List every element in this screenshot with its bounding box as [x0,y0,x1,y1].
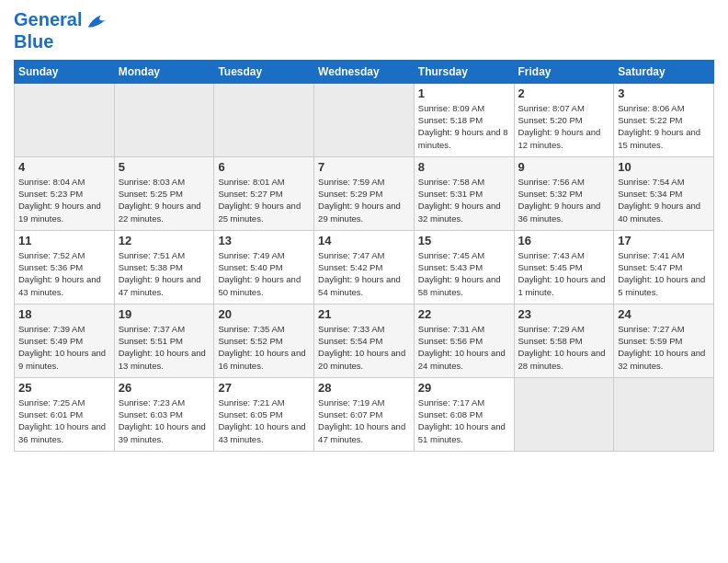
header-cell-monday: Monday [114,60,214,83]
day-number: 7 [318,160,410,174]
day-cell [514,377,614,451]
day-number: 12 [119,234,210,247]
day-cell: 17Sunrise: 7:41 AMSunset: 5:47 PMDayligh… [614,230,714,304]
day-number: 20 [218,307,310,321]
day-info: Sunrise: 7:23 AMSunset: 6:03 PMDaylight:… [119,397,206,444]
day-cell: 24Sunrise: 7:27 AMSunset: 5:59 PMDayligh… [614,304,714,377]
header-cell-tuesday: Tuesday [214,60,314,83]
day-info: Sunrise: 7:49 AMSunset: 5:40 PMDaylight:… [218,250,301,297]
day-cell: 6Sunrise: 8:01 AMSunset: 5:27 PMDaylight… [214,156,314,230]
day-cell: 13Sunrise: 7:49 AMSunset: 5:40 PMDayligh… [214,230,314,304]
day-info: Sunrise: 7:51 AMSunset: 5:38 PMDaylight:… [119,250,201,297]
day-cell: 20Sunrise: 7:35 AMSunset: 5:52 PMDayligh… [214,304,314,377]
week-row-2: 4Sunrise: 8:04 AMSunset: 5:23 PMDaylight… [15,156,714,230]
day-cell: 19Sunrise: 7:37 AMSunset: 5:51 PMDayligh… [114,304,214,377]
day-info: Sunrise: 7:56 AMSunset: 5:32 PMDaylight:… [518,177,601,224]
day-info: Sunrise: 8:01 AMSunset: 5:27 PMDaylight:… [218,177,301,224]
day-number: 24 [618,307,710,321]
day-cell: 8Sunrise: 7:58 AMSunset: 5:31 PMDaylight… [414,156,514,230]
header-cell-thursday: Thursday [414,60,514,83]
logo-text-general: General [14,9,82,29]
day-info: Sunrise: 7:19 AMSunset: 6:07 PMDaylight:… [318,397,405,444]
day-info: Sunrise: 7:27 AMSunset: 5:59 PMDaylight:… [618,324,705,371]
day-number: 25 [18,381,110,395]
header-row: SundayMondayTuesdayWednesdayThursdayFrid… [15,60,714,83]
day-number: 23 [518,307,610,321]
day-info: Sunrise: 8:03 AMSunset: 5:25 PMDaylight:… [119,177,201,224]
day-number: 14 [318,234,410,247]
day-number: 16 [518,234,610,247]
day-number: 10 [618,160,710,174]
day-cell: 29Sunrise: 7:17 AMSunset: 6:08 PMDayligh… [414,377,514,451]
day-number: 11 [18,234,110,247]
day-number: 13 [218,234,310,247]
day-cell [214,83,314,156]
day-number: 6 [218,160,310,174]
day-number: 21 [318,307,410,321]
day-cell: 7Sunrise: 7:59 AMSunset: 5:29 PMDaylight… [314,156,415,230]
day-info: Sunrise: 7:35 AMSunset: 5:52 PMDaylight:… [218,324,305,371]
day-cell: 22Sunrise: 7:31 AMSunset: 5:56 PMDayligh… [414,304,514,377]
day-number: 22 [418,307,510,321]
week-row-4: 18Sunrise: 7:39 AMSunset: 5:49 PMDayligh… [15,304,714,377]
header-cell-wednesday: Wednesday [314,60,415,83]
day-cell: 2Sunrise: 8:07 AMSunset: 5:20 PMDaylight… [514,83,614,156]
day-number: 2 [518,86,610,100]
day-number: 29 [418,381,510,395]
day-info: Sunrise: 7:17 AMSunset: 6:08 PMDaylight:… [418,397,506,444]
day-info: Sunrise: 7:45 AMSunset: 5:43 PMDaylight:… [418,250,501,297]
day-cell: 3Sunrise: 8:06 AMSunset: 5:22 PMDaylight… [614,83,714,156]
day-info: Sunrise: 8:07 AMSunset: 5:20 PMDaylight:… [518,103,601,150]
day-info: Sunrise: 7:58 AMSunset: 5:31 PMDaylight:… [418,177,501,224]
day-number: 17 [618,234,710,247]
day-number: 4 [18,160,110,174]
logo-bird-icon [84,11,109,31]
day-info: Sunrise: 8:06 AMSunset: 5:22 PMDaylight:… [618,103,700,150]
logo-text-blue: Blue [14,31,109,52]
day-info: Sunrise: 7:43 AMSunset: 5:45 PMDaylight:… [518,250,606,297]
day-cell: 12Sunrise: 7:51 AMSunset: 5:38 PMDayligh… [114,230,214,304]
day-info: Sunrise: 7:21 AMSunset: 6:05 PMDaylight:… [218,397,305,444]
day-cell: 18Sunrise: 7:39 AMSunset: 5:49 PMDayligh… [15,304,115,377]
day-number: 9 [518,160,610,174]
day-number: 26 [119,381,210,395]
logo: General Blue [14,9,109,52]
day-cell: 11Sunrise: 7:52 AMSunset: 5:36 PMDayligh… [15,230,115,304]
day-cell [314,83,415,156]
day-cell: 16Sunrise: 7:43 AMSunset: 5:45 PMDayligh… [514,230,614,304]
day-info: Sunrise: 7:59 AMSunset: 5:29 PMDaylight:… [318,177,401,224]
day-cell: 15Sunrise: 7:45 AMSunset: 5:43 PMDayligh… [414,230,514,304]
week-row-5: 25Sunrise: 7:25 AMSunset: 6:01 PMDayligh… [15,377,714,451]
day-number: 5 [119,160,210,174]
header: General Blue [14,9,714,52]
day-cell: 27Sunrise: 7:21 AMSunset: 6:05 PMDayligh… [214,377,314,451]
day-number: 15 [418,234,510,247]
day-cell: 25Sunrise: 7:25 AMSunset: 6:01 PMDayligh… [15,377,115,451]
header-cell-sunday: Sunday [15,60,115,83]
day-info: Sunrise: 7:39 AMSunset: 5:49 PMDaylight:… [18,324,106,371]
day-number: 3 [618,86,710,100]
day-cell: 23Sunrise: 7:29 AMSunset: 5:58 PMDayligh… [514,304,614,377]
day-info: Sunrise: 7:29 AMSunset: 5:58 PMDaylight:… [518,324,606,371]
day-cell: 10Sunrise: 7:54 AMSunset: 5:34 PMDayligh… [614,156,714,230]
week-row-1: 1Sunrise: 8:09 AMSunset: 5:18 PMDaylight… [15,83,714,156]
day-number: 27 [218,381,310,395]
day-info: Sunrise: 8:09 AMSunset: 5:18 PMDaylight:… [418,103,508,150]
day-info: Sunrise: 7:31 AMSunset: 5:56 PMDaylight:… [418,324,506,371]
day-number: 1 [418,86,510,100]
day-cell [114,83,214,156]
day-info: Sunrise: 7:41 AMSunset: 5:47 PMDaylight:… [618,250,705,297]
day-cell: 1Sunrise: 8:09 AMSunset: 5:18 PMDaylight… [414,83,514,156]
header-cell-saturday: Saturday [614,60,714,83]
day-cell: 21Sunrise: 7:33 AMSunset: 5:54 PMDayligh… [314,304,415,377]
week-row-3: 11Sunrise: 7:52 AMSunset: 5:36 PMDayligh… [15,230,714,304]
header-cell-friday: Friday [514,60,614,83]
day-cell: 4Sunrise: 8:04 AMSunset: 5:23 PMDaylight… [15,156,115,230]
day-number: 28 [318,381,410,395]
day-number: 19 [119,307,210,321]
day-info: Sunrise: 7:37 AMSunset: 5:51 PMDaylight:… [119,324,206,371]
calendar-table: SundayMondayTuesdayWednesdayThursdayFrid… [14,60,714,452]
day-cell: 14Sunrise: 7:47 AMSunset: 5:42 PMDayligh… [314,230,415,304]
day-cell: 9Sunrise: 7:56 AMSunset: 5:32 PMDaylight… [514,156,614,230]
day-cell: 28Sunrise: 7:19 AMSunset: 6:07 PMDayligh… [314,377,415,451]
